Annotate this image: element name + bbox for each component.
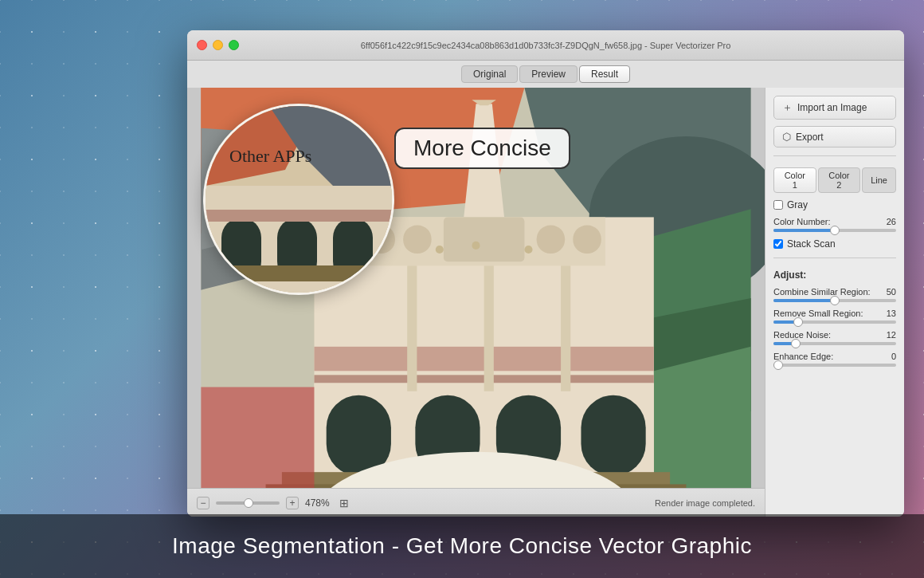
remove-small-value: 13 (883, 309, 896, 318)
reduce-noise-value: 12 (883, 330, 896, 340)
gray-label: Gray (787, 199, 808, 210)
enhance-edge-slider[interactable] (773, 364, 896, 367)
import-label: Import an Image (797, 102, 867, 113)
plus-icon: ＋ (782, 100, 793, 115)
stack-scan-checkbox-row: Stack Scan (773, 238, 896, 250)
combine-similar-region-control: Combine Similar Region: 50 (773, 287, 896, 302)
svg-rect-14 (444, 217, 525, 261)
right-panel: ＋ Import an Image ⬡ Export Color 1 Color… (765, 88, 904, 517)
svg-marker-46 (206, 210, 394, 222)
expand-icon[interactable]: ⊞ (339, 497, 349, 509)
building-scene: Other APPs More Concise (187, 88, 765, 517)
svg-rect-20 (327, 395, 391, 477)
svg-rect-15 (537, 226, 566, 254)
svg-rect-29 (407, 265, 417, 391)
svg-rect-30 (484, 265, 494, 391)
other-apps-label: Other APPs (229, 146, 311, 167)
zoom-minus-button[interactable]: − (197, 497, 209, 509)
combine-similar-slider-row (773, 299, 896, 302)
canvas-footer: − + 478% ⊞ Render image completed. (187, 488, 765, 517)
remove-small-region-control: Remove Small Region: 13 (773, 309, 896, 324)
minimize-button[interactable] (213, 40, 223, 50)
reduce-noise-slider-row (773, 342, 896, 345)
window-title: 6ff056f1c422c9f15c9ec2434ca08b863d1d0b73… (361, 41, 731, 50)
color-number-slider[interactable] (773, 229, 896, 232)
reduce-noise-label: Reduce Noise: (773, 330, 831, 340)
bottom-bar: Image Segmentation - Get More Concise Ve… (0, 514, 924, 578)
more-concise-label: More Concise (394, 128, 570, 169)
maximize-button[interactable] (229, 40, 239, 50)
tab-preview[interactable]: Preview (519, 65, 578, 83)
export-icon: ⬡ (782, 131, 791, 143)
divider-1 (773, 155, 896, 156)
combine-similar-slider[interactable] (773, 299, 896, 302)
enhance-edge-control: Enhance Edge: 0 (773, 352, 896, 367)
export-label: Export (796, 132, 824, 143)
tab-bar: Original Preview Result (187, 61, 904, 88)
tab-result[interactable]: Result (579, 65, 630, 83)
titlebar: 6ff056f1c422c9f15c9ec2434ca08b863d1d0b73… (187, 30, 904, 61)
remove-small-label: Remove Small Region: (773, 309, 863, 318)
color-number-value: 26 (883, 217, 896, 226)
bottom-bar-text: Image Segmentation - Get More Concise Ve… (172, 533, 752, 559)
divider-2 (773, 258, 896, 258)
reduce-noise-slider[interactable] (773, 342, 896, 345)
gray-checkbox-row: Gray (773, 199, 896, 210)
main-window: 6ff056f1c422c9f15c9ec2434ca08b863d1d0b73… (187, 30, 904, 517)
circle-overlay: Other APPs (203, 104, 394, 295)
color-number-label: Color Number: (773, 217, 831, 226)
svg-rect-23 (581, 395, 645, 477)
svg-point-36 (472, 242, 480, 250)
svg-point-35 (436, 246, 444, 254)
combine-similar-value: 50 (883, 287, 896, 297)
color-tab-1[interactable]: Color 1 (773, 167, 816, 193)
export-button[interactable]: ⬡ Export (773, 126, 896, 147)
stack-scan-label: Stack Scan (787, 238, 836, 250)
color-tabs: Color 1 Color 2 Line (773, 167, 896, 193)
remove-small-slider[interactable] (773, 320, 896, 324)
window-body: Other APPs More Concise − + 478% ⊞ Rende… (187, 88, 904, 517)
color-tab-2[interactable]: Color 2 (818, 167, 861, 193)
adjust-section-title: Adjust: (773, 269, 896, 281)
enhance-edge-value: 0 (883, 352, 896, 361)
close-button[interactable] (197, 40, 207, 50)
window-buttons (197, 40, 239, 50)
circle-scene-svg (206, 106, 394, 295)
status-text: Render image completed. (655, 498, 755, 508)
reduce-noise-control: Reduce Noise: 12 (773, 330, 896, 345)
import-button[interactable]: ＋ Import an Image (773, 96, 896, 120)
tab-original[interactable]: Original (461, 65, 518, 83)
combine-similar-label: Combine Similar Region: (773, 287, 871, 297)
svg-rect-31 (561, 265, 570, 391)
enhance-edge-slider-row (773, 364, 896, 367)
gray-checkbox[interactable] (773, 200, 783, 210)
color-number-slider-row (773, 229, 896, 232)
canvas-area: Other APPs More Concise − + 478% ⊞ Rende… (187, 88, 765, 517)
zoom-slider[interactable] (216, 501, 280, 505)
stack-scan-checkbox[interactable] (773, 239, 783, 249)
enhance-edge-label: Enhance Edge: (773, 352, 833, 361)
zoom-value: 478% (305, 497, 330, 509)
svg-rect-13 (403, 226, 432, 254)
svg-rect-16 (573, 226, 601, 254)
remove-small-slider-row (773, 320, 896, 324)
zoom-plus-button[interactable]: + (286, 497, 299, 509)
color-number-control: Color Number: 26 (773, 217, 896, 232)
color-tab-line[interactable]: Line (862, 167, 896, 193)
svg-point-37 (524, 246, 532, 254)
